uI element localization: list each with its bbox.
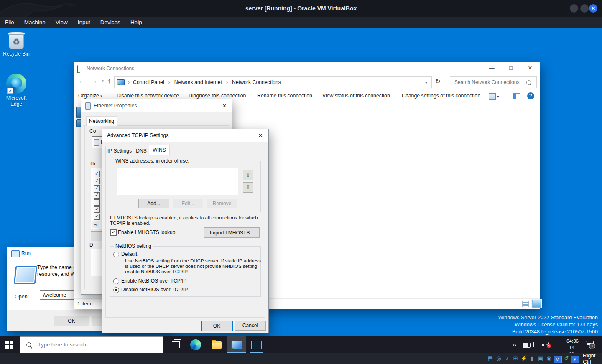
address-dropdown-icon[interactable]: ▾ — [425, 80, 427, 85]
advanced-dialog-titlebar: Advanced TCP/IP Settings ✕ — [102, 129, 268, 142]
netbios-disable-radio[interactable] — [113, 287, 119, 293]
item-checkbox-6[interactable]: ✓ — [94, 206, 100, 213]
vbox-close-button[interactable]: ✕ — [589, 4, 597, 13]
item-checkbox-5[interactable] — [94, 199, 100, 206]
usb-icon[interactable]: ⚡ — [520, 353, 528, 364]
menu-file[interactable]: File — [0, 17, 19, 28]
diagnose-connection-button[interactable]: Diagnose this connection — [189, 93, 246, 99]
taskbar-network-connections-button[interactable] — [227, 336, 246, 353]
item-checkbox-2[interactable]: ✓ — [94, 178, 100, 184]
refresh-icon[interactable]: ↻ — [435, 78, 441, 85]
start-button[interactable] — [0, 336, 18, 353]
breadcrumb-control-panel[interactable]: Control Panel — [133, 79, 164, 85]
hard-disk-icon[interactable]: ▤ — [487, 353, 494, 364]
vbox-minimize-button[interactable] — [570, 4, 578, 13]
tray-clock[interactable]: 04:36 14-11-2024 — [566, 338, 579, 353]
netbios-enable-label: Enable NetBIOS over TCP/IP — [121, 278, 187, 284]
help-icon[interactable]: ? — [527, 92, 534, 99]
recent-locations-icon[interactable]: ▾ — [102, 79, 104, 83]
search-icon[interactable] — [526, 80, 531, 85]
breadcrumb-network-connections[interactable]: Network Connections — [232, 79, 281, 85]
explorer-close-button[interactable]: ✕ — [520, 62, 540, 75]
tab-networking[interactable]: Networking — [86, 116, 117, 126]
desktop-icon-edge[interactable]: ↗ Microsoft Edge — [1, 74, 32, 107]
advanced-dialog-close-icon[interactable]: ✕ — [257, 132, 264, 139]
item-checkbox-1[interactable]: ✓ — [94, 171, 100, 177]
views-icon[interactable] — [489, 93, 496, 100]
windows-taskbar: ʌ ✕ 04:36 14-11-2024 1 — [0, 336, 602, 353]
disable-device-button[interactable]: Disable this network device — [117, 93, 179, 99]
keyboard-capture-icon[interactable]: ▼ — [571, 356, 579, 363]
views-caret-icon[interactable]: ▾ — [497, 94, 499, 99]
edge-label: Microsoft — [1, 95, 32, 101]
up-icon[interactable]: ↑ — [107, 77, 111, 85]
mute-badge: ✕ — [547, 344, 551, 348]
edit-button[interactable]: Edit... — [173, 199, 203, 208]
preview-pane-icon[interactable] — [513, 93, 520, 99]
change-settings-button[interactable]: Change settings of this connection — [402, 93, 480, 99]
shared-folder-icon[interactable]: ▮ — [528, 353, 536, 364]
edge-taskbar-icon — [190, 339, 201, 350]
taskbar-explorer-button[interactable] — [207, 336, 226, 353]
forward-icon[interactable]: → — [91, 77, 97, 85]
netbios-default-radio[interactable] — [113, 252, 119, 257]
back-icon[interactable]: ← — [78, 77, 85, 85]
menu-devices[interactable]: Devices — [95, 17, 125, 28]
enable-lmhosts-checkbox[interactable]: ✓ — [110, 229, 117, 236]
import-lmhosts-button[interactable]: Import LMHOSTS... — [204, 227, 260, 238]
menu-machine[interactable]: Machine — [19, 17, 51, 28]
network-adapter-icon[interactable]: ⊞ — [512, 353, 519, 364]
item-checkbox-3[interactable]: ✓ — [94, 185, 100, 191]
item-checkbox-4[interactable]: ✓ — [94, 192, 100, 199]
tab-dns[interactable]: DNS — [133, 146, 150, 155]
desktop-icon-recycle-bin[interactable]: ♻ Recycle Bin — [1, 32, 32, 57]
audio-icon[interactable]: ♪ — [503, 353, 511, 364]
organize-button[interactable]: Organize ▾ — [78, 93, 102, 99]
menu-help[interactable]: Help — [125, 17, 147, 28]
taskbar-run-button[interactable] — [247, 336, 266, 353]
hscroll-left-icon[interactable]: ◂ — [92, 221, 99, 228]
advanced-tcpip-dialog: Advanced TCP/IP Settings ✕ IP Settings D… — [102, 129, 269, 333]
tray-chevron-up-icon[interactable]: ʌ — [513, 342, 516, 347]
ethernet-dialog-close-icon[interactable]: ✕ — [221, 102, 228, 109]
breadcrumb-location-icon — [117, 79, 125, 85]
run-ok-button[interactable]: OK — [54, 316, 89, 326]
breadcrumb-network-and-internet[interactable]: Network and Internet — [174, 79, 222, 85]
vm-features-icon[interactable]: V — [554, 356, 562, 363]
move-down-button[interactable]: ⇩ — [243, 182, 253, 193]
task-view-button[interactable] — [166, 336, 185, 353]
recording-icon[interactable]: ◉ — [545, 353, 553, 364]
netbios-enable-radio[interactable] — [113, 278, 119, 284]
thumbnail-view-icon[interactable] — [532, 300, 541, 308]
explorer-search-input[interactable] — [454, 79, 525, 86]
move-up-button[interactable]: ⇧ — [243, 170, 253, 180]
item-checkbox-7[interactable]: ✓ — [94, 214, 100, 220]
add-button[interactable]: Add... — [138, 199, 169, 208]
tab-ip-settings[interactable]: IP Settings — [105, 146, 134, 155]
tab-wins[interactable]: WINS — [149, 145, 170, 155]
explorer-maximize-button[interactable]: □ — [501, 62, 520, 75]
menu-input[interactable]: Input — [73, 17, 95, 28]
power-icon[interactable] — [523, 343, 531, 348]
advanced-ok-button[interactable]: OK — [201, 321, 233, 331]
network-tray-icon[interactable] — [533, 342, 541, 347]
mouse-integration-icon[interactable]: ↺ — [563, 353, 570, 364]
vbox-maximize-button[interactable] — [580, 4, 589, 13]
display-icon[interactable]: ▣ — [537, 353, 544, 364]
details-view-icon[interactable] — [522, 301, 529, 307]
advanced-cancel-button[interactable]: Cancel — [235, 321, 266, 331]
taskbar-edge-button[interactable] — [186, 336, 205, 353]
optical-disc-icon[interactable]: ◎ — [495, 353, 503, 364]
explorer-search-box[interactable] — [450, 76, 537, 88]
taskbar-search-box[interactable] — [20, 336, 163, 353]
edge-icon: ↗ — [6, 74, 26, 94]
view-status-button[interactable]: View status of this connection — [322, 93, 390, 99]
menu-view[interactable]: View — [51, 17, 73, 28]
notification-icon[interactable]: 1 — [586, 341, 594, 348]
remove-button[interactable]: Remove — [207, 199, 237, 208]
taskbar-search-input[interactable] — [37, 341, 156, 348]
wins-address-list[interactable] — [117, 168, 238, 195]
explorer-minimize-button[interactable]: — — [482, 62, 501, 75]
rename-connection-button[interactable]: Rename this connection — [257, 93, 312, 99]
recycle-bin-icon: ♻ — [1, 32, 32, 49]
